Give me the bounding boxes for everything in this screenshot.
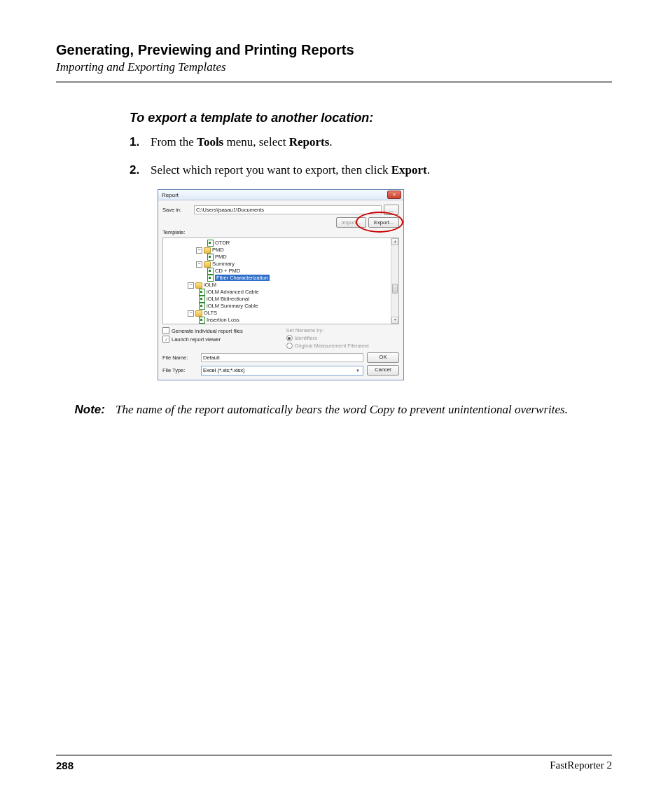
template-label: Template: xyxy=(162,229,194,235)
template-tree[interactable]: OTDR −PMD PMD −Summary CD + PMD Fiber Ch… xyxy=(162,238,399,324)
original-filename-radio: Original Measurement Filename xyxy=(286,343,400,349)
scroll-down-icon[interactable]: ▾ xyxy=(391,317,398,324)
file-icon xyxy=(207,268,214,275)
filetype-value: Excel (*.xls;*.xlsx) xyxy=(203,367,245,373)
dialog-titlebar[interactable]: Report × xyxy=(158,190,403,200)
collapse-icon[interactable]: − xyxy=(188,282,194,289)
file-icon xyxy=(199,289,205,296)
folder-icon xyxy=(195,282,202,289)
file-icon xyxy=(199,296,205,303)
chapter-title: Generating, Previewing and Printing Repo… xyxy=(56,42,612,58)
step-1: 1. From the Tools menu, select Reports. xyxy=(130,134,605,151)
procedure-heading: To export a template to another location… xyxy=(130,111,605,125)
file-icon xyxy=(207,254,214,261)
file-icon xyxy=(207,275,214,282)
note-body: The name of the report automatically bea… xyxy=(116,401,612,419)
footer-rule xyxy=(56,755,612,756)
collapse-icon[interactable]: − xyxy=(196,261,202,268)
save-in-label: Save in: xyxy=(162,207,194,213)
scrollbar[interactable]: ▴ ▾ xyxy=(391,238,398,324)
file-icon xyxy=(199,317,205,324)
section-title: Importing and Exporting Templates xyxy=(56,60,612,74)
folder-icon xyxy=(204,247,211,254)
folder-icon xyxy=(195,310,202,317)
chevron-down-icon: ▼ xyxy=(354,369,361,373)
filetype-label: File Type: xyxy=(162,367,201,373)
file-icon xyxy=(199,303,205,310)
identifiers-radio: Identifiers xyxy=(286,335,400,341)
filetype-dropdown[interactable]: Excel (*.xls;*.xlsx) ▼ xyxy=(201,366,363,376)
scroll-up-icon[interactable]: ▴ xyxy=(391,238,398,245)
page-number: 288 xyxy=(56,759,74,771)
step-2-number: 2. xyxy=(130,162,151,179)
note-label: Note: xyxy=(56,401,116,419)
step-1-text: From the Tools menu, select Reports. xyxy=(151,134,333,151)
save-in-field[interactable]: C:\Users\jsasau1\Documents xyxy=(194,205,382,214)
import-button[interactable]: Import... xyxy=(336,217,367,228)
launch-viewer-checkbox[interactable]: ✓Launch report viewer xyxy=(162,336,276,343)
product-name: FastReporter 2 xyxy=(550,759,612,771)
collapse-icon[interactable]: − xyxy=(196,247,202,254)
ok-button[interactable]: OK xyxy=(367,352,399,363)
folder-icon xyxy=(204,261,211,268)
close-icon[interactable]: × xyxy=(387,191,401,199)
cancel-button[interactable]: Cancel xyxy=(367,365,399,376)
report-dialog: Report × Save in: C:\Users\jsasau1\Docum… xyxy=(158,189,404,380)
filename-label: File Name: xyxy=(162,355,201,361)
file-icon xyxy=(207,240,214,247)
filename-field[interactable]: Default xyxy=(201,353,363,362)
dialog-title: Report xyxy=(162,192,179,198)
browse-button[interactable]: ... xyxy=(384,205,399,215)
collapse-icon[interactable]: − xyxy=(188,310,194,317)
selected-item[interactable]: Fiber Characterization xyxy=(215,275,270,281)
set-filename-label: Set filename by: xyxy=(286,327,400,333)
generate-individual-checkbox[interactable]: Generate individual report files xyxy=(162,327,276,334)
step-2: 2. Select which report you want to expor… xyxy=(130,162,605,179)
step-2-text: Select which report you want to export, … xyxy=(151,162,430,179)
export-button[interactable]: Export... xyxy=(368,217,399,228)
header-rule xyxy=(56,81,612,83)
step-1-number: 1. xyxy=(130,134,151,151)
scroll-thumb[interactable] xyxy=(392,284,398,294)
